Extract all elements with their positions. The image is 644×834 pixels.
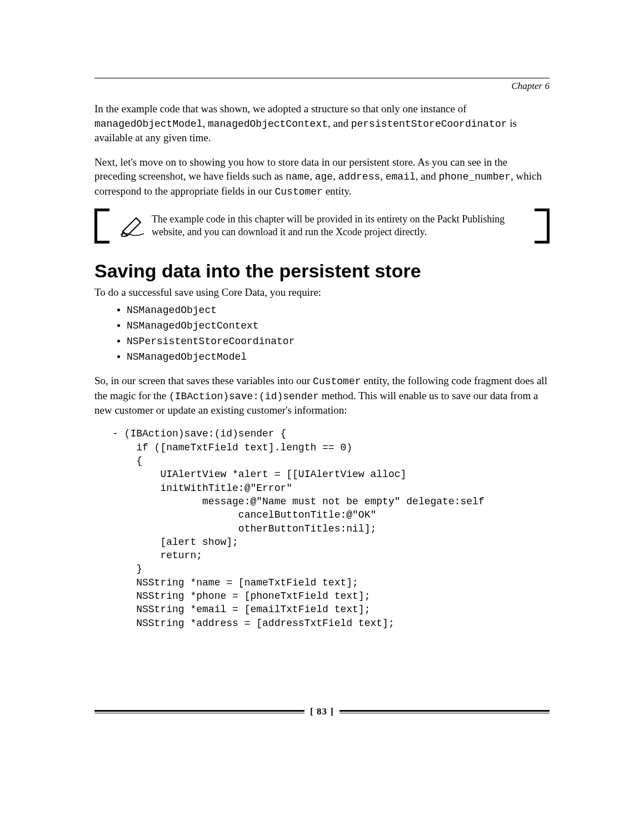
inline-code: Customer xyxy=(274,186,322,197)
note-inner: The example code in this chapter will be… xyxy=(109,209,535,244)
inline-code: address xyxy=(338,171,381,182)
text: So, in our screen that saves these varia… xyxy=(94,375,313,386)
page-footer: [ 83 ] xyxy=(94,706,550,717)
inline-code: age xyxy=(315,171,333,182)
paragraph-1: In the example code that was shown, we a… xyxy=(94,102,550,145)
inline-code: (IBAction)save:(id)sender xyxy=(169,391,319,402)
text: , and xyxy=(416,170,439,182)
list-item: NSManagedObjectModel xyxy=(127,349,550,365)
inline-code: phone_number xyxy=(438,171,511,182)
pencil-note-icon xyxy=(117,215,148,237)
text: entity. xyxy=(323,185,352,197)
page-number: [ 83 ] xyxy=(304,706,340,717)
inline-code: email xyxy=(386,171,416,182)
text: , xyxy=(333,170,338,182)
text: , and xyxy=(328,117,351,129)
paragraph-3: So, in our screen that saves these varia… xyxy=(94,374,550,417)
inline-code: Customer xyxy=(313,376,361,387)
section-intro: To do a successful save using Core Data,… xyxy=(94,285,550,300)
bracket-left-icon xyxy=(94,209,109,244)
list-item: NSManagedObject xyxy=(127,302,550,318)
chapter-label: Chapter 6 xyxy=(94,81,550,92)
inline-code: managedObjectModel xyxy=(94,118,202,130)
section-heading: Saving data into the persistent store xyxy=(94,260,550,282)
code-block: - (IBAction)save:(id)sender { if ([nameT… xyxy=(94,427,550,629)
inline-code: name xyxy=(286,171,309,182)
bracket-right-icon xyxy=(535,209,550,244)
footer-rule-right xyxy=(340,710,550,713)
inline-code: managedObjectContext xyxy=(208,118,328,130)
footer-rule-left xyxy=(94,710,304,713)
paragraph-2: Next, let's move on to showing you how t… xyxy=(94,155,550,198)
text: In the example code that was shown, we a… xyxy=(94,103,467,115)
list-item: NSManagedObjectContext xyxy=(127,318,550,334)
header-rule xyxy=(94,78,550,78)
note-box: The example code in this chapter will be… xyxy=(94,209,550,244)
requirements-list: NSManagedObject NSManagedObjectContext N… xyxy=(94,302,550,365)
inline-code: persistentStoreCoordinator xyxy=(351,118,507,130)
text: , xyxy=(202,117,208,129)
text: , xyxy=(309,170,315,182)
text: , xyxy=(380,170,386,182)
list-item: NSPersistentStoreCoordinator xyxy=(127,334,550,349)
page: Chapter 6 In the example code that was s… xyxy=(0,0,644,834)
note-text: The example code in this chapter will be… xyxy=(148,213,527,239)
